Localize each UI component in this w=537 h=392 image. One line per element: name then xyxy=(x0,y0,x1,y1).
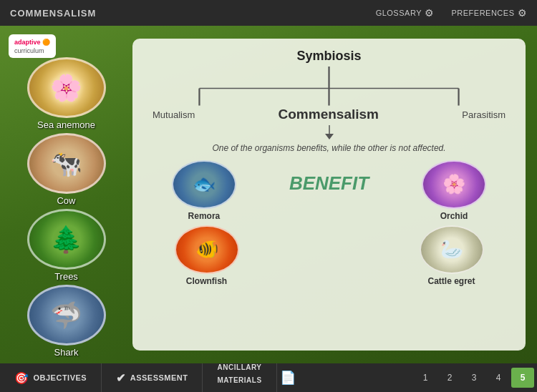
species-orchid: 🌸 Orchid xyxy=(422,160,486,221)
cow-label: Cow xyxy=(57,195,75,206)
cattle-egret-label: Cattle egret xyxy=(427,276,475,286)
commensalism-label: Commensalism xyxy=(279,107,379,122)
header-actions: GLOSSARY ⚙ PREFERENCES ⚙ xyxy=(376,7,527,19)
spacer xyxy=(297,225,362,286)
page-5-button[interactable]: 5 xyxy=(511,368,534,388)
animal-item-sea-anemone: 🌸 Sea anemone xyxy=(27,57,106,130)
sea-anemone-image: 🌸 xyxy=(27,57,106,118)
objectives-button[interactable]: 🎯 OBJECTIVES xyxy=(0,363,102,392)
animal-item-shark: 🦈 Shark xyxy=(27,285,106,358)
benefit-label: BENEFIT xyxy=(289,172,369,209)
trees-label: Trees xyxy=(54,271,78,282)
species-cattle-egret: 🦢 Cattle egret xyxy=(420,225,484,286)
species-row-2: 🐠 Clownfish 🦢 Cattle egret xyxy=(145,225,513,286)
cow-image: 🐄 xyxy=(27,133,106,194)
description-text: One of the organisms benefits, while the… xyxy=(145,142,513,155)
page-2-button[interactable]: 2 xyxy=(438,368,461,388)
symbiosis-title: Symbiosis xyxy=(145,49,513,64)
sea-anemone-label: Sea anemone xyxy=(37,119,95,130)
cattle-egret-image: 🦢 xyxy=(420,225,484,274)
parasitism-label: Parasitism xyxy=(462,109,505,120)
down-arrow xyxy=(145,125,513,141)
ancillary-label-line1: ANCILLARY xyxy=(218,363,262,372)
orchid-label: Orchid xyxy=(440,211,468,221)
orchid-image: 🌸 xyxy=(422,160,486,209)
objectives-icon: 🎯 xyxy=(14,371,29,385)
shark-label: Shark xyxy=(54,347,79,358)
diagram-lines-svg xyxy=(145,67,513,109)
species-images-row: 🐟 Remora BENEFIT 🌸 Orchid xyxy=(145,160,513,221)
svg-marker-6 xyxy=(325,134,334,139)
shark-image: 🦈 xyxy=(27,285,106,346)
symbiosis-diagram: Symbiosis Mutualism Commensalism Parasit… xyxy=(145,49,513,286)
page-3-button[interactable]: 3 xyxy=(463,368,485,388)
footer: 🎯 OBJECTIVES ✔ ASSESSMENT ANCILLARY MATE… xyxy=(0,363,537,392)
page-4-button[interactable]: 4 xyxy=(487,368,510,388)
ancillary-doc-icon: 📄 xyxy=(280,370,296,386)
page-title: COMMENSALISM xyxy=(10,8,96,19)
header: COMMENSALISM GLOSSARY ⚙ PREFERENCES ⚙ xyxy=(0,0,537,26)
mutualism-label: Mutualism xyxy=(153,109,195,120)
diagram-panel: Symbiosis Mutualism Commensalism Parasit… xyxy=(132,39,526,351)
species-clownfish: 🐠 Clownfish xyxy=(175,225,239,286)
page-navigation: 1 2 3 4 5 xyxy=(414,368,537,388)
animal-item-cow: 🐄 Cow xyxy=(27,133,106,206)
remora-label: Remora xyxy=(188,211,221,221)
ancillary-label-line2: MATERIALS xyxy=(217,376,261,385)
ancillary-button[interactable]: ANCILLARY MATERIALS xyxy=(203,363,276,392)
animal-item-trees: 🌲 Trees xyxy=(27,209,106,282)
clownfish-label: Clownfish xyxy=(186,276,227,286)
preferences-button[interactable]: PREFERENCES ⚙ xyxy=(451,7,527,19)
page-1-button[interactable]: 1 xyxy=(414,368,437,388)
glossary-icon: ⚙ xyxy=(425,7,435,19)
assessment-button[interactable]: ✔ ASSESSMENT xyxy=(102,363,203,392)
clownfish-image: 🐠 xyxy=(175,225,239,274)
trees-image: 🌲 xyxy=(27,209,106,270)
left-animals-column: 🌸 Sea anemone 🐄 Cow 🌲 Trees 🦈 Shark xyxy=(0,26,132,363)
logo: adaptive 🟠 curriculum xyxy=(9,34,56,58)
species-remora: 🐟 Remora xyxy=(172,160,236,221)
assessment-icon: ✔ xyxy=(116,371,126,385)
glossary-button[interactable]: GLOSSARY ⚙ xyxy=(376,7,435,19)
remora-image: 🐟 xyxy=(172,160,236,209)
gear-icon: ⚙ xyxy=(518,7,528,19)
main-content: adaptive 🟠 curriculum 🌸 Sea anemone 🐄 Co… xyxy=(0,26,537,363)
